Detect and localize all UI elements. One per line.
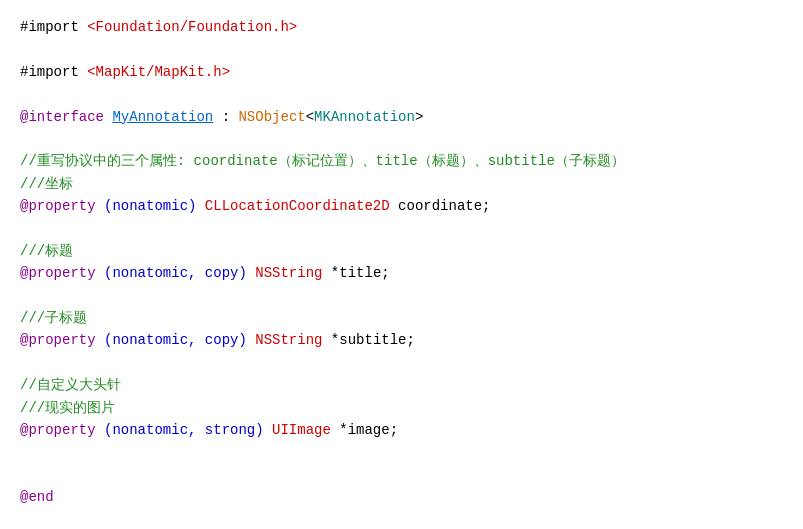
code-line: @property (nonatomic, copy) NSString *su… [20, 329, 783, 351]
code-line: ///坐标 [20, 173, 783, 195]
code-line [20, 285, 783, 307]
code-line [20, 128, 783, 150]
code-line: #import <Foundation/Foundation.h> [20, 16, 783, 38]
code-line: ///现实的图片 [20, 397, 783, 419]
code-line: ///标题 [20, 240, 783, 262]
code-line: @property (nonatomic) CLLocationCoordina… [20, 195, 783, 217]
code-line: @interface MyAnnotation : NSObject<MKAnn… [20, 106, 783, 128]
code-line: #import <MapKit/MapKit.h> [20, 61, 783, 83]
code-container: #import <Foundation/Foundation.h>#import… [20, 16, 783, 509]
code-line [20, 464, 783, 486]
code-line: @property (nonatomic, copy) NSString *ti… [20, 262, 783, 284]
code-editor: #import <Foundation/Foundation.h>#import… [0, 0, 803, 529]
code-line [20, 352, 783, 374]
code-line: ///子标题 [20, 307, 783, 329]
code-line: //重写协议中的三个属性: coordinate（标记位置）、title（标题）… [20, 150, 783, 172]
code-line [20, 441, 783, 463]
code-line [20, 83, 783, 105]
code-line: @property (nonatomic, strong) UIImage *i… [20, 419, 783, 441]
code-line: @end [20, 486, 783, 508]
code-line [20, 218, 783, 240]
code-line: //自定义大头针 [20, 374, 783, 396]
code-line [20, 38, 783, 60]
